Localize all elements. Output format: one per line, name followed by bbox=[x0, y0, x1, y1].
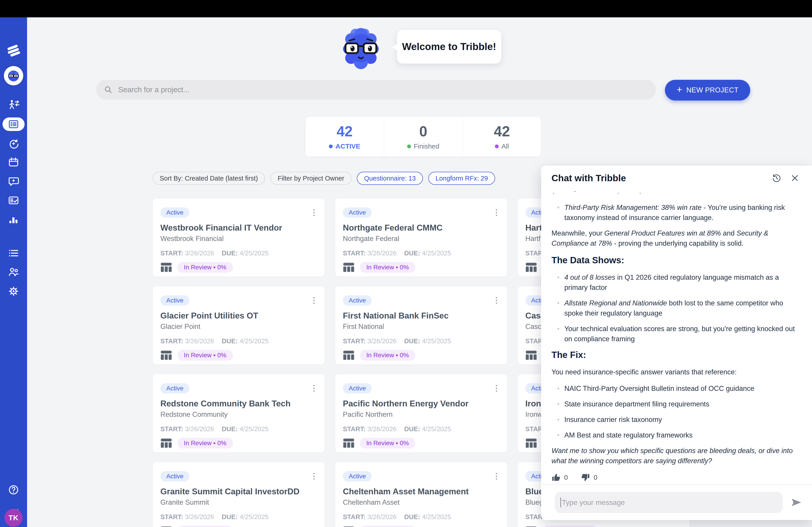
sidebar-item-handoff[interactable] bbox=[0, 99, 27, 111]
chat-bullet-item: Allstate Regional and Nationwide both lo… bbox=[551, 298, 799, 318]
sidebar-item-projects-active[interactable] bbox=[2, 118, 25, 131]
status-badge: Active bbox=[160, 295, 189, 306]
chat-bullet-item: State insurance department filing requir… bbox=[551, 399, 799, 409]
user-initials: TK bbox=[9, 514, 19, 522]
chat-paragraph: Want me to show you which specific quest… bbox=[551, 446, 799, 466]
questionnaire-grid-icon bbox=[343, 262, 354, 273]
chat-messages: Third-Party Risk Management: 38% win rat… bbox=[551, 191, 799, 484]
chat-title: Chat with Tribble bbox=[551, 173, 771, 183]
bullet-dot-icon bbox=[557, 388, 560, 390]
status-badge: Active bbox=[343, 383, 372, 394]
project-title: Pacific Northern Energy Vendor bbox=[343, 399, 499, 408]
project-company: Cheltenham Asset bbox=[343, 498, 499, 507]
questionnaire-grid-icon bbox=[160, 350, 172, 361]
project-title: Westbrook Financial IT Vendor bbox=[160, 223, 317, 232]
sidebar-item-team[interactable] bbox=[0, 266, 27, 278]
project-card[interactable]: Active Northgate Federal CMMC Northgate … bbox=[335, 198, 507, 277]
thumbs-up-button[interactable] bbox=[551, 473, 561, 482]
project-card[interactable]: Active Westbrook Financial IT Vendor Wes… bbox=[153, 198, 325, 277]
stat-all-value: 42 bbox=[494, 123, 510, 140]
bullet-dot-icon bbox=[557, 419, 560, 421]
project-dates: START:3/26/2026 DUE:4/25/2025 bbox=[343, 250, 499, 257]
card-menu-icon[interactable] bbox=[494, 207, 499, 218]
status-badge: Active bbox=[160, 383, 189, 394]
stat-all[interactable]: 42 All bbox=[462, 117, 541, 157]
progress-badge: In Review • 0% bbox=[177, 262, 233, 273]
stat-active[interactable]: 42 ACTIVE bbox=[305, 117, 384, 157]
chat-bullet-item: NAIC Third-Party Oversight Bulletin inst… bbox=[551, 383, 799, 394]
sidebar-item-chat-assist[interactable] bbox=[0, 175, 27, 187]
sidebar-item-analytics[interactable] bbox=[0, 214, 27, 226]
project-card[interactable]: Active Pacific Northern Energy Vendor Pa… bbox=[335, 374, 507, 453]
sidebar-item-queue[interactable] bbox=[0, 247, 27, 259]
chat-message-input[interactable] bbox=[562, 498, 777, 507]
card-menu-icon[interactable] bbox=[311, 207, 317, 218]
card-menu-icon[interactable] bbox=[311, 383, 317, 394]
project-dates: START:3/26/2026 DUE:4/25/2025 bbox=[343, 337, 499, 345]
sidebar-item-settings[interactable] bbox=[0, 285, 27, 297]
thumbs-up-icon bbox=[551, 473, 561, 482]
help-icon[interactable] bbox=[0, 484, 27, 496]
history-icon[interactable] bbox=[771, 173, 782, 183]
bullet-dot-icon bbox=[557, 276, 560, 278]
bullet-dot-icon bbox=[557, 207, 560, 209]
tribble-logo-icon[interactable] bbox=[0, 44, 27, 58]
sidebar-item-tasks[interactable] bbox=[0, 195, 27, 206]
longform-rfx-chip[interactable]: Longform RFx: 29 bbox=[428, 172, 495, 185]
card-menu-icon[interactable] bbox=[494, 471, 499, 481]
project-card[interactable]: Active Cheltenham Asset Management Chelt… bbox=[335, 462, 507, 527]
search-icon bbox=[104, 85, 113, 94]
questionnaire-grid-icon bbox=[160, 438, 172, 449]
project-company: Glacier Point bbox=[160, 322, 317, 331]
finished-dot bbox=[407, 145, 411, 148]
chat-bullet-item: Third-Party Risk Management: 38% win rat… bbox=[551, 202, 799, 223]
card-menu-icon[interactable] bbox=[311, 471, 317, 481]
project-search[interactable] bbox=[96, 80, 656, 100]
new-project-button[interactable]: + NEW PROJECT bbox=[665, 80, 750, 101]
project-dates: START:3/26/2026 DUE:4/25/2025 bbox=[343, 425, 499, 433]
chat-bullet-item: Your technical evaluation scores are str… bbox=[551, 324, 799, 344]
project-card[interactable]: Active Redstone Community Bank Tech Reds… bbox=[153, 374, 325, 453]
clipped-message-line bbox=[552, 191, 799, 194]
stat-finished-label: Finished bbox=[414, 142, 439, 150]
close-icon[interactable] bbox=[791, 174, 799, 183]
questionnaire-grid-icon bbox=[343, 438, 354, 449]
card-menu-icon[interactable] bbox=[494, 383, 499, 394]
sidebar-item-sync[interactable] bbox=[0, 138, 27, 149]
project-title: Glacier Point Utilities OT bbox=[160, 311, 317, 320]
filter-owner-chip[interactable]: Filter by Project Owner bbox=[271, 172, 351, 185]
send-button[interactable] bbox=[791, 497, 802, 507]
project-card[interactable]: Active Granite Summit Capital InvestorDD… bbox=[153, 462, 325, 527]
project-dates: START:3/26/2026 DUE:4/25/2025 bbox=[343, 513, 499, 521]
chat-heading: The Fix: bbox=[551, 349, 799, 360]
send-icon bbox=[791, 497, 802, 507]
sort-by-chip[interactable]: Sort By: Created Date (latest first) bbox=[153, 172, 265, 185]
project-title: Cheltenham Asset Management bbox=[343, 487, 499, 496]
stat-finished[interactable]: 0 Finished bbox=[384, 117, 463, 157]
chat-header: Chat with Tribble bbox=[541, 166, 812, 191]
project-dates: START:3/26/2026 DUE:4/25/2025 bbox=[160, 337, 317, 345]
sidebar: TK bbox=[0, 17, 27, 527]
card-menu-icon[interactable] bbox=[494, 295, 499, 306]
stat-finished-value: 0 bbox=[419, 123, 427, 140]
search-input[interactable] bbox=[118, 86, 648, 94]
project-dates: START:3/26/2026 DUE:4/25/2025 bbox=[160, 425, 317, 433]
project-card[interactable]: Active First National Bank FinSec First … bbox=[335, 286, 507, 365]
sidebar-item-calendar[interactable] bbox=[0, 156, 27, 168]
thumbs-down-button[interactable] bbox=[581, 473, 590, 482]
assistant-avatar-icon[interactable] bbox=[0, 66, 27, 86]
project-title: Redstone Community Bank Tech bbox=[160, 399, 317, 408]
active-dot bbox=[329, 145, 333, 148]
project-dates: START:3/26/2026 DUE:4/25/2025 bbox=[160, 250, 317, 257]
card-menu-icon[interactable] bbox=[311, 295, 317, 306]
project-dates: START:3/26/2026 DUE:4/25/2025 bbox=[160, 513, 317, 521]
project-company: Redstone Community bbox=[160, 410, 317, 419]
chat-paragraph: You need insurance-specific answer varia… bbox=[551, 367, 799, 377]
status-badge: Active bbox=[160, 471, 189, 481]
questionnaire-chip[interactable]: Questionnaire: 13 bbox=[357, 172, 423, 185]
progress-badge: In Review • 0% bbox=[360, 438, 415, 449]
user-avatar[interactable]: TK bbox=[4, 509, 23, 527]
project-card[interactable]: Active Glacier Point Utilities OT Glacie… bbox=[153, 286, 325, 365]
progress-badge: In Review • 0% bbox=[360, 350, 415, 361]
chat-input-box[interactable] bbox=[555, 492, 783, 513]
